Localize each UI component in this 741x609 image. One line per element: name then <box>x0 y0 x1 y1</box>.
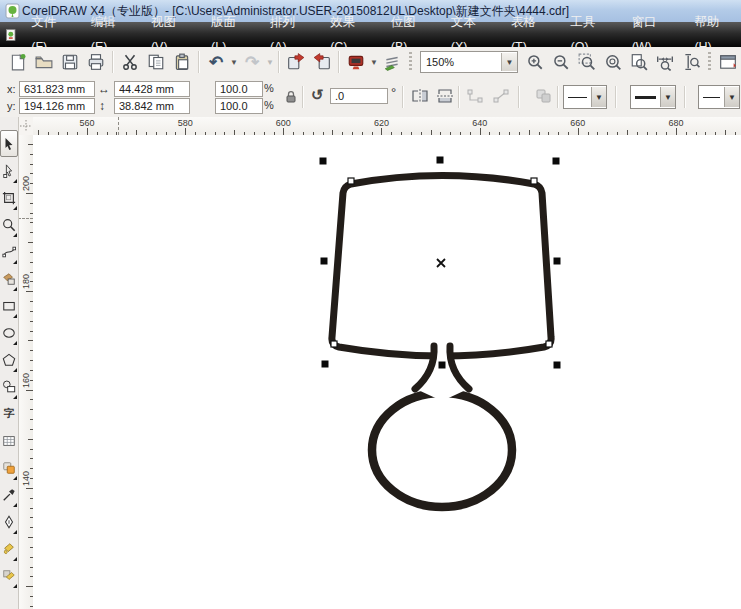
selection-handle[interactable] <box>321 258 328 265</box>
export-button[interactable] <box>309 49 335 75</box>
tool-rectangle[interactable] <box>0 292 18 319</box>
mirror-horizontal-button[interactable] <box>409 85 431 107</box>
tool-zoom[interactable] <box>0 211 18 238</box>
vruler-label: 200 <box>21 176 31 191</box>
print-icon <box>87 53 105 71</box>
corner-node[interactable] <box>546 341 552 347</box>
vertical-ruler[interactable]: 140160180200 <box>18 135 34 609</box>
tool-polygon[interactable] <box>0 346 18 373</box>
print-button[interactable] <box>83 49 109 75</box>
outline-width-arrow[interactable]: ▼ <box>660 87 675 107</box>
scale-y-input[interactable] <box>215 98 263 114</box>
ruler-origin[interactable] <box>18 117 33 136</box>
ellipse-tool-icon <box>2 326 16 340</box>
import-button[interactable] <box>283 49 309 75</box>
vruler-label: 180 <box>21 274 31 289</box>
zoom-to-page-width-button[interactable] <box>652 49 678 75</box>
zoom-to-all-objects-button[interactable] <box>600 49 626 75</box>
new-button[interactable] <box>5 49 31 75</box>
mirror-vertical-button[interactable] <box>434 85 456 107</box>
base-ellipse-shape[interactable] <box>372 393 512 507</box>
corner-node[interactable] <box>348 178 354 184</box>
zoom-to-selection-button[interactable] <box>574 49 600 75</box>
toolbar-grip[interactable] <box>708 52 711 72</box>
tool-eyedropper[interactable] <box>0 481 18 508</box>
hruler-label: 660 <box>570 118 585 128</box>
hruler-label: 600 <box>276 118 291 128</box>
rotation-angle-input[interactable] <box>330 88 388 104</box>
redo-icon: ↷ <box>245 52 259 73</box>
close-curve-button[interactable] <box>490 85 512 107</box>
x-position-input[interactable] <box>19 81 95 97</box>
outline-style-arrow[interactable]: ▼ <box>591 87 606 107</box>
tool-text[interactable]: 字 <box>0 400 18 427</box>
object-height-input[interactable] <box>114 98 190 114</box>
tool-interactive-fill[interactable] <box>0 562 18 589</box>
zoom-in-button[interactable] <box>522 49 548 75</box>
selection-handle[interactable] <box>320 158 327 165</box>
outline-width-selector[interactable]: ▼ <box>630 85 676 109</box>
zoom-to-page-height-icon <box>682 53 700 71</box>
tool-ellipse[interactable] <box>0 319 18 346</box>
selection-handle[interactable] <box>322 361 329 368</box>
zoom-to-page-height-button[interactable] <box>678 49 704 75</box>
hruler-tick <box>578 128 579 135</box>
new-document-icon <box>9 53 27 71</box>
tool-outline-pen[interactable] <box>0 508 18 535</box>
tool-freehand[interactable] <box>0 238 18 265</box>
undo-button[interactable]: ↶ <box>203 49 229 75</box>
pencil-lines-button[interactable] <box>379 49 405 75</box>
outline-end-selector[interactable]: ▼ <box>698 85 740 109</box>
selection-handle[interactable] <box>439 362 446 369</box>
lampshade-shape[interactable] <box>332 176 551 357</box>
tool-fill[interactable] <box>0 535 18 562</box>
horizontal-ruler[interactable]: 560580600620640660680 <box>33 117 741 136</box>
zoom-combo-arrow[interactable]: ▼ <box>501 53 517 71</box>
selection-handle[interactable] <box>554 258 561 265</box>
undo-dropdown-arrow[interactable]: ▼ <box>229 49 239 75</box>
zoom-level-combo[interactable]: 150% ▼ <box>420 51 518 73</box>
y-position-input[interactable] <box>19 98 95 114</box>
hruler-tick <box>676 128 677 135</box>
cut-button[interactable] <box>117 49 143 75</box>
copy-button[interactable] <box>143 49 169 75</box>
zoom-out-button[interactable] <box>548 49 574 75</box>
open-button[interactable] <box>31 49 57 75</box>
application-launcher-button[interactable] <box>343 49 369 75</box>
selection-handle[interactable] <box>553 158 560 165</box>
weld-button[interactable] <box>533 85 555 107</box>
corner-node[interactable] <box>331 341 337 347</box>
tool-table[interactable] <box>0 427 18 454</box>
corner-node[interactable] <box>531 178 537 184</box>
tool-shape[interactable] <box>0 157 18 184</box>
zoom-to-page-button[interactable] <box>626 49 652 75</box>
tool-interactive-blend[interactable] <box>0 454 18 481</box>
nonproportional-scale-lock-button[interactable] <box>280 86 302 108</box>
line-width-sample <box>635 96 656 99</box>
tool-pick[interactable] <box>0 130 18 157</box>
hruler-label: 640 <box>472 118 487 128</box>
window-button[interactable] <box>715 49 741 75</box>
convert-to-curves-button[interactable] <box>464 85 486 107</box>
mirror-horizontal-icon <box>411 88 429 104</box>
tool-basic-shapes[interactable] <box>0 373 18 400</box>
selection-handle[interactable] <box>437 157 444 164</box>
tool-smart-fill[interactable] <box>0 265 18 292</box>
outline-style-selector[interactable]: ▼ <box>563 85 607 109</box>
redo-button[interactable]: ↷ <box>239 49 265 75</box>
launcher-dropdown-arrow[interactable]: ▼ <box>369 49 379 75</box>
save-button[interactable] <box>57 49 83 75</box>
redo-dropdown-arrow[interactable]: ▼ <box>265 49 275 75</box>
scale-x-input[interactable] <box>215 81 263 97</box>
toolbar-grip[interactable] <box>409 52 412 72</box>
selection-handle[interactable] <box>554 362 561 369</box>
outline-end-arrow[interactable]: ▼ <box>724 87 739 107</box>
zoom-in-icon <box>526 53 544 71</box>
tool-crop[interactable] <box>0 184 18 211</box>
zoom-level-value: 150% <box>421 56 501 68</box>
paste-button[interactable] <box>169 49 195 75</box>
lock-icon <box>284 90 298 104</box>
object-width-input[interactable] <box>114 81 190 97</box>
vruler-tick <box>26 291 33 292</box>
propbar-separator <box>458 86 460 108</box>
